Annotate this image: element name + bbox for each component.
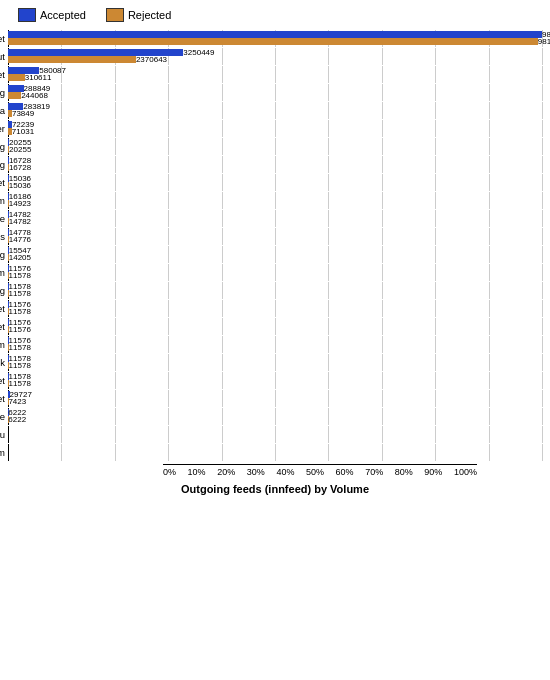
row-label: newsfeed.xs3.de [0,213,5,224]
legend: Accepted Rejected [8,8,542,22]
bar-value-rejected: 310611 [25,74,52,81]
bar-value-rejected: 15036 [9,182,31,189]
table-row: news.ausics.net580087310611 [8,66,542,83]
bar-value-accepted: 3250449 [183,49,214,56]
bars-wrapper: 1672816728 [8,156,542,173]
bars-wrapper: 297277423 [8,390,542,407]
bars-wrapper [8,426,542,443]
bars-wrapper: 32504492370643 [8,48,542,65]
bar-value-rejected: 244068 [21,92,48,99]
table-row: csiph.com1157611578 [8,264,542,281]
x-axis-label: 20% [217,467,235,477]
row-label: i2pn.org [0,87,5,98]
table-row: i2pn.org288849244068 [8,84,542,101]
bar-value-rejected: 14782 [9,218,31,225]
x-axis-labels: 0%10%20%30%40%50%60%70%80%90%100% [163,467,477,477]
table-row: news.1d4.us1477814776 [8,228,542,245]
row-label: news.samoylyk.net [0,393,5,404]
bar-value-rejected: 11576 [9,326,31,333]
rejected-label: Rejected [128,9,171,21]
table-row: ddt.demos.su [8,426,542,443]
bars-wrapper: 1157811578 [8,372,542,389]
bar-value-rejected: 14205 [9,254,31,261]
bars-wrapper: 1554714205 [8,246,542,263]
table-row: nntp.terraraq.uk1157811578 [8,354,542,371]
bar-value-rejected: 6222 [8,416,26,423]
x-axis-label: 40% [276,467,294,477]
bars-wrapper: 1157611578 [8,300,542,317]
row-label: ddt.demos.su [0,429,5,440]
bars-wrapper: 1157811578 [8,354,542,371]
bar-value-rejected: 14776 [9,236,31,243]
bars-wrapper: 1618614923 [8,192,542,209]
bar-value-rejected: 11578 [9,308,31,315]
row-label: news.chmurka.net [0,33,5,44]
bars-wrapper: 28381973849 [8,102,542,119]
row-label: usenet.goja.nl.eu.org [0,285,5,296]
x-axis-label: 70% [365,467,383,477]
x-axis-label: 10% [188,467,206,477]
x-axis [163,464,477,465]
table-row: weretis.net1157611576 [8,318,542,335]
bar-value-rejected: 73849 [12,110,34,117]
bar-rejected [8,92,21,99]
row-label: paganini.bofh.team [0,447,5,458]
row-label: newsfeed.bofh.team [0,339,5,350]
row-label: newsfeed.endofthelinebbs.com [0,195,5,206]
bars-wrapper: 1157611576 [8,318,542,335]
row-label: utnut [0,51,5,62]
chart-container: Accepted Rejected news.chmurka.net989774… [0,0,550,680]
row-label: weretis.net [0,321,5,332]
bar-value-rejected: 11578 [9,290,31,297]
table-row: newsfeed.endofthelinebbs.com1618614923 [8,192,542,209]
bar-value-rejected: 11578 [9,272,31,279]
table-row: usenet.goja.nl.eu.org1157811578 [8,282,542,299]
bar-value-rejected: 14923 [9,200,31,207]
table-row: news.snarked.org1554714205 [8,246,542,263]
x-axis-label: 50% [306,467,324,477]
bars-wrapper: 7223971031 [8,120,542,137]
bars-wrapper: 62226222 [8,408,542,425]
legend-accepted: Accepted [18,8,86,22]
row-label: news.snarked.org [0,249,5,260]
x-axis-label: 80% [395,467,413,477]
table-row: newsfeed.xs3.de1478214782 [8,210,542,227]
bar-value-rejected: 11578 [9,362,31,369]
table-row: news.samoylyk.net297277423 [8,390,542,407]
table-row: aid.in.ua28381973849 [8,102,542,119]
bars-wrapper: 580087310611 [8,66,542,83]
bar-value-rejected: 11578 [9,380,31,387]
bars-wrapper: 98977429819987 [8,30,542,47]
bar-rejected [8,38,538,45]
table-row: newsfeed.bofh.team1157611578 [8,336,542,353]
bars-wrapper [8,444,542,461]
rejected-color-box [106,8,124,22]
accepted-color-box [18,8,36,22]
bar-rejected [8,56,136,63]
table-row: paganini.bofh.team [8,444,542,461]
row-label: news.nntp4.net [0,303,5,314]
row-label: news.swapon.de [0,411,5,422]
bars-wrapper: 2025520255 [8,138,542,155]
x-axis-title: Outgoing feeds (innfeed) by Volume [8,483,542,495]
row-label: news.quux.org [0,159,5,170]
bar-rejected [8,74,25,81]
x-axis-label: 90% [424,467,442,477]
row-label: csiph.com [0,267,5,278]
bars-wrapper: 1477814776 [8,228,542,245]
table-row: news.quux.org1672816728 [8,156,542,173]
bars-wrapper: 288849244068 [8,84,542,101]
table-row: news.nntp4.net1157611578 [8,300,542,317]
table-row: news.hispagatos.org2025520255 [8,138,542,155]
row-label: news.1d4.us [0,231,5,242]
bars-wrapper: 1478214782 [8,210,542,227]
row-label: news.hispagatos.org [0,141,5,152]
table-row: news.tnetconsulting.net1503615036 [8,174,542,191]
x-axis-label: 30% [247,467,265,477]
bars-wrapper: 1157611578 [8,264,542,281]
bars-wrapper: 1157811578 [8,282,542,299]
x-axis-label: 0% [163,467,176,477]
table-row: eternal-september7223971031 [8,120,542,137]
accepted-label: Accepted [40,9,86,21]
legend-rejected: Rejected [106,8,171,22]
